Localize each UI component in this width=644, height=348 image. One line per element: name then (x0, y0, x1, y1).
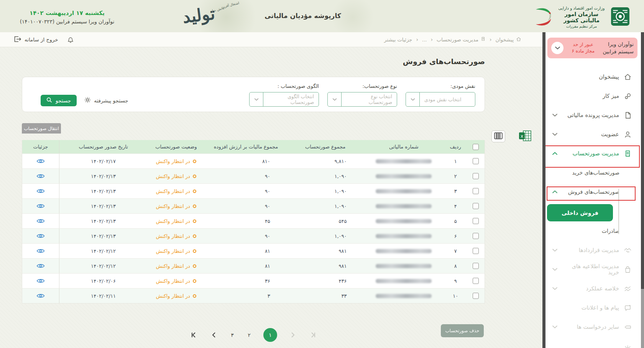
issue-date: ۱۴۰۲/۰۲/۱۷ (59, 154, 148, 168)
details-eye-icon[interactable] (36, 218, 46, 224)
filter-select[interactable]: انتخاب الگوی صورتحساب (249, 92, 319, 107)
table-row: ۶۱,۰۹۰۹۰در انتظار واکنش۱۴۰۲/۰۲/۱۳ (22, 228, 485, 243)
row-checkbox[interactable] (473, 188, 479, 194)
sidebar-item[interactable]: پیشخوان (545, 67, 641, 86)
row-checkbox[interactable] (473, 173, 479, 179)
status-badge: در انتظار واکنش (156, 158, 196, 164)
sidebar-item[interactable]: مدیریت صورتحساب (545, 144, 641, 163)
filter-label: نوع صورتحساب: (327, 83, 397, 89)
breadcrumb-item[interactable]: پیشخوان (496, 36, 521, 43)
invoice-total: ۱,۰۹۰ (287, 199, 364, 213)
transfer-invoices-button[interactable]: انتقال صورتحساب (22, 123, 61, 134)
invoice-total: ۳۳ (287, 289, 364, 303)
invoice-total: ۹۸۱ (287, 244, 364, 258)
logout-button[interactable]: خروج از سامانه (14, 32, 58, 47)
user-menu-chevron[interactable] (551, 42, 564, 54)
sidebar-item: مدیریت قراردادها (545, 241, 641, 260)
vat-total: ۹۰ (205, 229, 287, 243)
filter-group: نقش مودی:انتخاب نقش مودی (406, 83, 475, 107)
row-index: ۲ (444, 169, 467, 183)
column-header: مجموع صورتحساب (287, 140, 364, 153)
search-button[interactable]: جستجو (41, 95, 77, 106)
sidebar-subitem-internal-sales[interactable]: فروش داخلی (547, 204, 613, 221)
row-index: ۹ (444, 274, 467, 288)
invoices-table: ردیفشماره مالیاتیمجموع صورتحسابمجموع مال… (22, 140, 485, 303)
handshake-icon (624, 246, 632, 254)
delete-invoice-button[interactable]: حذف صورتحساب (441, 324, 484, 337)
pagination-page[interactable]: ۲ (246, 332, 252, 338)
invoice-total: ۹,۸۱۰ (287, 154, 364, 168)
details-eye-icon[interactable] (36, 188, 46, 195)
breadcrumb-separator: ‹ (430, 36, 433, 43)
issue-date: ۱۴۰۲/۰۲/۱۳ (59, 229, 148, 243)
details-eye-icon[interactable] (36, 292, 46, 299)
requests-icon (624, 323, 632, 331)
row-checkbox[interactable] (473, 158, 479, 164)
page-scrollbar-thumb[interactable] (641, 289, 644, 348)
select-all-checkbox[interactable] (473, 144, 479, 150)
sidebar-subitem[interactable]: صادرات (545, 221, 641, 241)
row-checkbox[interactable] (473, 293, 479, 299)
chevron-down-icon (250, 92, 263, 106)
chevron-down-icon (406, 92, 420, 106)
details-eye-icon[interactable] (36, 233, 46, 239)
details-eye-icon[interactable] (36, 173, 46, 180)
row-checkbox[interactable] (473, 203, 479, 209)
breadcrumb-item[interactable]: جزئیات بیشتر (384, 37, 412, 43)
filter-select[interactable]: انتخاب نقش مودی (406, 92, 475, 107)
sidebar-subitem[interactable]: صورتحساب‌های خرید (545, 163, 641, 182)
pagination-prev-button[interactable] (210, 331, 218, 339)
table-columns-toggle-button[interactable] (491, 130, 505, 142)
export-excel-button[interactable]: x (518, 130, 532, 142)
row-checkbox[interactable] (473, 218, 479, 224)
sidebar-item[interactable]: مدیریت پرونده مالیاتی (545, 106, 641, 125)
invoice-total: ۱,۰۹۰ (287, 229, 364, 243)
pagination-page-active[interactable]: ۱ (263, 328, 277, 342)
desk-icon (624, 92, 632, 100)
gear-icon (84, 97, 91, 104)
issue-date: ۱۴۰۲/۰۲/۱۲ (59, 259, 148, 273)
table-row: ۴۱,۰۹۰۹۰در انتظار واکنش۱۴۰۲/۰۲/۱۳ (22, 198, 485, 213)
column-header: جزئیات (22, 140, 59, 153)
pagination-first-button[interactable] (190, 331, 198, 339)
details-eye-icon[interactable] (36, 247, 46, 254)
sidebar-item[interactable]: عضویت (545, 125, 641, 144)
sidebar-subitem[interactable]: صورتحساب‌های فروش (545, 182, 641, 201)
row-index: ۵ (444, 214, 467, 228)
organization-text: وزارت امور اقتصاد و دارایی سازمان امور م… (557, 6, 606, 28)
vat-total: ۹۰ (205, 184, 287, 198)
row-checkbox[interactable] (473, 278, 479, 284)
tax-number-blurred (376, 249, 432, 253)
select-placeholder: انتخاب نوع صورتحساب (342, 92, 397, 106)
row-checkbox[interactable] (473, 263, 479, 269)
tax-number-blurred (376, 294, 432, 298)
sidebar-item[interactable]: میز کار (545, 86, 641, 106)
row-checkbox[interactable] (473, 248, 479, 254)
user-account-badge[interactable]: نوآوران ویرا سیستم فرابین عبور از حد مجا… (547, 38, 637, 58)
breadcrumb-item[interactable]: ... (422, 37, 427, 43)
vat-total: ۸۱ (205, 244, 287, 258)
notification-bell-icon[interactable] (67, 36, 74, 44)
advanced-search-button[interactable]: جستجو پیشرفته (84, 97, 128, 104)
details-eye-icon[interactable] (36, 277, 46, 284)
details-eye-icon[interactable] (36, 158, 46, 165)
content-scrollbar[interactable] (542, 32, 545, 348)
document-icon (624, 111, 632, 119)
breadcrumb-item[interactable]: مدیریت صورتحساب (437, 36, 486, 43)
pagination-last-button (309, 331, 317, 339)
page-scrollbar[interactable] (641, 32, 644, 348)
tax-organization-logo: وزارت امور اقتصاد و دارایی سازمان امور م… (534, 5, 630, 30)
row-index: ۷ (444, 244, 467, 258)
details-eye-icon[interactable] (36, 203, 46, 209)
column-header: شماره مالیاتی (364, 140, 444, 153)
row-checkbox[interactable] (473, 233, 479, 239)
advanced-search-label: جستجو پیشرفته (94, 97, 128, 104)
table-row: ۱۰۳۳۳در انتظار واکنش۱۴۰۲/۰۲/۱۱ (22, 288, 485, 303)
pagination-page[interactable]: ۳ (230, 332, 235, 338)
details-eye-icon[interactable] (36, 262, 46, 269)
svg-text:x: x (521, 134, 523, 139)
invoice-icon (624, 150, 632, 158)
invoice-total: ۱,۰۹۰ (287, 184, 364, 198)
chevron-down-icon (552, 114, 557, 117)
filter-select[interactable]: انتخاب نوع صورتحساب (327, 92, 397, 107)
